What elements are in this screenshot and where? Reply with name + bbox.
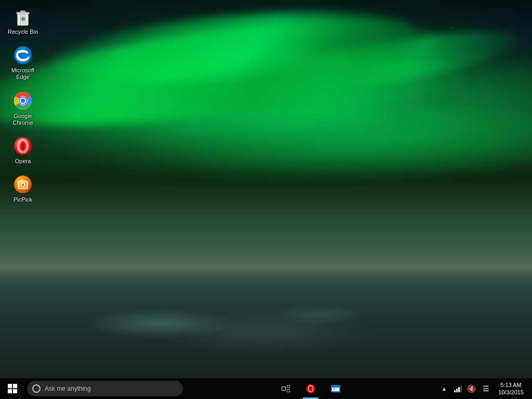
svg-rect-2: [20, 11, 25, 13]
network-icon[interactable]: [451, 378, 464, 399]
svg-rect-23: [13, 389, 17, 393]
tv-rect-3: [287, 389, 290, 392]
tv-rect-1: [282, 387, 286, 391]
tray-overflow-button[interactable]: ▲: [438, 378, 450, 399]
svg-point-11: [21, 99, 25, 103]
clock-button[interactable]: 5:13 AM 10/3/2015: [494, 378, 528, 399]
volume-icon[interactable]: 🔇: [465, 378, 477, 399]
svg-rect-32: [336, 389, 338, 390]
taskbar-center-area: [183, 378, 438, 399]
microsoft-edge-label: Microsoft Edge: [6, 67, 39, 81]
svg-rect-30: [333, 389, 335, 390]
recycle-bin-image: ♻: [12, 6, 33, 27]
bar-3: [458, 387, 460, 392]
svg-rect-31: [333, 390, 337, 391]
svg-rect-21: [13, 384, 17, 388]
svg-rect-29: [332, 386, 339, 388]
network-bars-icon: [454, 385, 462, 392]
date-display: 10/3/2015: [498, 389, 524, 396]
picpick-image: [12, 174, 33, 195]
bar-1: [454, 390, 456, 392]
svg-point-14: [21, 142, 25, 150]
picpick-icon[interactable]: PicPick: [4, 172, 42, 205]
opera-icon[interactable]: Opera: [4, 134, 42, 167]
start-button[interactable]: [0, 378, 25, 399]
recycle-bin-label: Recycle Bin: [8, 29, 38, 35]
svg-rect-19: [20, 180, 23, 182]
picpick-label: PicPick: [14, 196, 32, 203]
desktop-icons-area: ♻ Recycle Bin Microsoft Edge: [4, 4, 42, 205]
desktop: ♻ Recycle Bin Microsoft Edge: [0, 0, 532, 399]
google-chrome-label: Google Chrome: [6, 113, 39, 126]
search-placeholder-text: Ask me anything: [45, 385, 91, 392]
bar-4: [460, 385, 462, 392]
onedrive-taskbar-button[interactable]: [324, 378, 347, 399]
tv-rect-2: [287, 385, 290, 388]
bar-2: [456, 389, 458, 392]
taskbar: Ask me anything: [0, 378, 532, 399]
search-bar[interactable]: Ask me anything: [27, 381, 183, 396]
opera-image: [12, 136, 33, 156]
opera-taskbar-button[interactable]: [299, 378, 322, 399]
chevron-up-icon: ▲: [442, 385, 447, 392]
opera-label: Opera: [15, 158, 31, 165]
action-center-icon: ☰: [483, 384, 489, 393]
svg-point-18: [22, 184, 24, 187]
svg-point-26: [310, 387, 312, 391]
svg-text:♻: ♻: [21, 17, 25, 22]
action-center-button[interactable]: ☰: [478, 378, 493, 399]
task-view-icon: [282, 385, 290, 392]
speaker-icon: 🔇: [467, 384, 476, 393]
task-view-button[interactable]: [274, 378, 297, 399]
svg-rect-20: [8, 384, 12, 388]
google-chrome-icon[interactable]: Google Chrome: [4, 88, 42, 128]
microsoft-edge-image: [12, 45, 33, 65]
time-display: 5:13 AM: [500, 381, 521, 389]
svg-rect-22: [8, 389, 12, 393]
recycle-bin-icon[interactable]: ♻ Recycle Bin: [4, 4, 42, 37]
google-chrome-image: [12, 90, 33, 111]
microsoft-edge-icon[interactable]: Microsoft Edge: [4, 43, 42, 83]
wallpaper: [0, 0, 532, 399]
system-tray: ▲ 🔇 ☰ 5:13 AM 10/: [438, 378, 532, 399]
cortana-circle-icon: [32, 384, 41, 393]
